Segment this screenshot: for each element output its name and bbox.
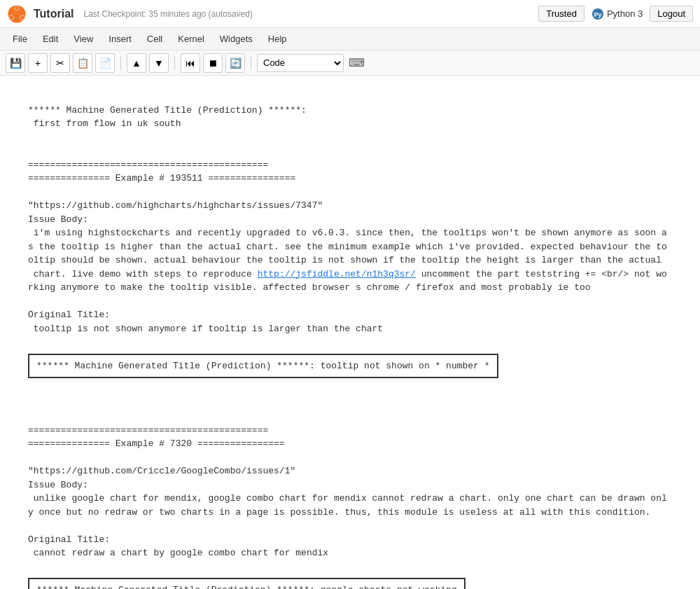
menu-item-insert[interactable]: Insert bbox=[102, 31, 139, 47]
menu-item-cell[interactable]: Cell bbox=[140, 31, 169, 47]
divider-2 bbox=[174, 56, 175, 70]
prediction-box-1: ****** Machine Generated Title (Predicti… bbox=[28, 354, 498, 379]
logout-button[interactable]: Logout bbox=[650, 6, 693, 22]
save-button[interactable]: 💾 bbox=[6, 53, 25, 73]
cut-button[interactable]: ✂ bbox=[50, 53, 70, 73]
prediction-text-1: ****** Machine Generated Title (Predicti… bbox=[36, 361, 490, 371]
kernel-label: Python 3 bbox=[607, 8, 643, 19]
menu-item-view[interactable]: View bbox=[66, 31, 100, 47]
cell-type-select[interactable]: CodeMarkdownRaw NBConvertHeading bbox=[257, 54, 344, 72]
toolbar: 💾 + ✂ 📋 📄 ▲ ▼ ⏮ ⏹ 🔄 CodeMarkdownRaw NBCo… bbox=[0, 50, 700, 76]
cell-output-1: ****** Machine Generated Title (Predicti… bbox=[28, 90, 672, 349]
prediction-box-2: ****** Machine Generated Title (Predicti… bbox=[28, 578, 465, 589]
add-cell-button[interactable]: + bbox=[28, 53, 48, 73]
notebook-title: Tutorial bbox=[34, 8, 74, 20]
menu-item-help[interactable]: Help bbox=[261, 31, 294, 47]
svg-point-2 bbox=[20, 15, 24, 20]
output-text-2: ========================================… bbox=[28, 425, 667, 559]
prediction-text-2: ****** Machine Generated Title (Predicti… bbox=[36, 585, 457, 589]
stop-button[interactable]: ⏹ bbox=[203, 53, 223, 73]
svg-text:Py: Py bbox=[594, 11, 601, 18]
menu-item-edit[interactable]: Edit bbox=[36, 31, 65, 47]
cell-output-2: ========================================… bbox=[28, 382, 672, 574]
move-down-button[interactable]: ▼ bbox=[149, 53, 169, 73]
python-icon: Py bbox=[592, 8, 604, 20]
menu-item-kernel[interactable]: Kernel bbox=[171, 31, 211, 47]
divider-3 bbox=[251, 56, 251, 70]
jupyter-logo bbox=[7, 4, 27, 24]
menubar: FileEditViewInsertCellKernelWidgetsHelp bbox=[0, 28, 700, 50]
topbar-right: Trusted Py Python 3 Logout bbox=[538, 6, 693, 22]
output-text-1: ****** Machine Generated Title (Predicti… bbox=[28, 105, 667, 334]
jsfiddle-link[interactable]: http://jsfiddle.net/n1h3q3sr/ bbox=[258, 269, 416, 279]
checkpoint-info: Last Checkpoint: 35 minutes ago (autosav… bbox=[83, 9, 252, 19]
svg-point-3 bbox=[9, 15, 14, 20]
topbar: Tutorial Last Checkpoint: 35 minutes ago… bbox=[0, 0, 700, 28]
skip-to-top-button[interactable]: ⏮ bbox=[181, 53, 200, 73]
menu-item-file[interactable]: File bbox=[6, 31, 34, 47]
paste-button[interactable]: 📄 bbox=[95, 53, 115, 73]
keyboard-icon: ⌨ bbox=[346, 53, 366, 73]
restart-button[interactable]: 🔄 bbox=[225, 53, 245, 73]
trusted-button[interactable]: Trusted bbox=[538, 6, 584, 22]
svg-point-1 bbox=[15, 6, 20, 11]
notebook-content: ****** Machine Generated Title (Predicti… bbox=[0, 76, 700, 589]
copy-button[interactable]: 📋 bbox=[73, 53, 92, 73]
move-up-button[interactable]: ▲ bbox=[127, 53, 146, 73]
menu-item-widgets[interactable]: Widgets bbox=[213, 31, 260, 47]
kernel-info: Py Python 3 bbox=[592, 8, 643, 20]
divider-1 bbox=[120, 56, 121, 70]
